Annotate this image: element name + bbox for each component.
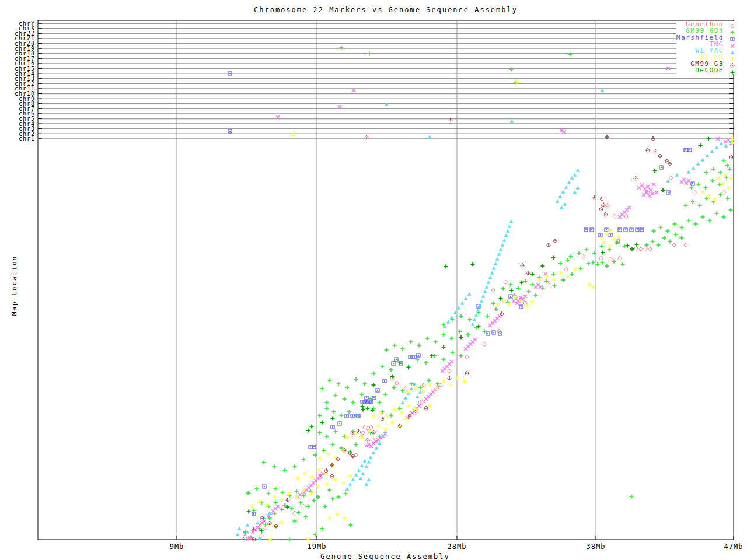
gm99-g3-diamond-icon bbox=[728, 60, 736, 67]
series-decode bbox=[247, 137, 711, 533]
legend: Genethon GM99 GB4 Marshfield TNG WI YAC … bbox=[676, 21, 736, 74]
x-axis-label: Genome Sequence Assembly bbox=[233, 552, 537, 560]
wi-yac-triangle-icon bbox=[728, 47, 736, 54]
tng-x-icon bbox=[728, 41, 736, 48]
chromosome-row-label-chr1: chr1 bbox=[1, 136, 35, 141]
legend-item-decode: DeCODE bbox=[676, 67, 736, 74]
x-tick-label: 19Mb bbox=[294, 542, 340, 551]
x-tick-label: 38Mb bbox=[573, 542, 619, 551]
scatter-plot-canvas bbox=[0, 0, 747, 560]
marshfield-square-icon bbox=[728, 34, 736, 41]
x-tick-label: 9Mb bbox=[153, 542, 200, 551]
legend-label: WI RH bbox=[700, 54, 728, 61]
genethon-diamond-icon bbox=[728, 21, 736, 28]
gm99-gb4-plus-icon bbox=[728, 27, 736, 34]
decode-plus-icon bbox=[728, 67, 736, 74]
legend-label: DeCODE bbox=[695, 67, 728, 74]
x-tick-label: 28Mb bbox=[434, 542, 480, 551]
scatter-points bbox=[228, 46, 734, 542]
wi-rh-star-icon bbox=[728, 54, 736, 61]
legend-item-gm99-gb4: GM99 GB4 bbox=[676, 27, 736, 34]
legend-item-marshfield: Marshfield bbox=[676, 34, 736, 41]
y-axis-label: Map Location bbox=[11, 251, 18, 321]
series-gm99-g3 bbox=[242, 119, 734, 542]
x-tick-label: 47Mb bbox=[710, 542, 747, 551]
series-wi-rh bbox=[250, 79, 734, 542]
series-genethon bbox=[260, 176, 726, 538]
chart-title: Chromosome 22 Markers vs Genome Sequence… bbox=[38, 6, 734, 14]
legend-label: GM99 GB4 bbox=[686, 27, 728, 34]
series-gm99-gb4 bbox=[243, 46, 733, 542]
legend-label: WI YAC bbox=[695, 47, 728, 54]
series-wi-yac bbox=[236, 89, 733, 540]
legend-item-wi-yac: WI YAC bbox=[676, 47, 736, 54]
chart-screenshot: Chromosome 22 Markers vs Genome Sequence… bbox=[0, 0, 747, 560]
